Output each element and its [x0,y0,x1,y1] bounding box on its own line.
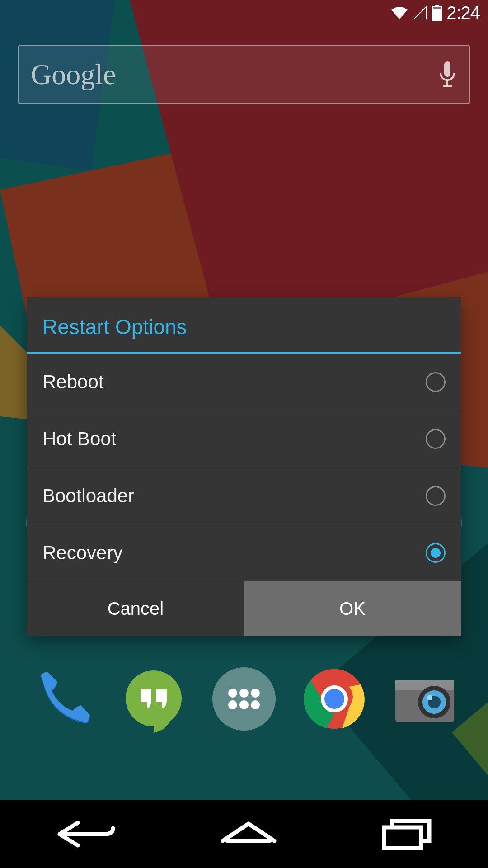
chrome-icon [299,664,370,734]
svg-point-17 [239,700,249,709]
status-time: 2:24 [446,3,480,23]
nav-recents-button[interactable] [379,818,437,850]
dock-apps[interactable] [203,664,285,734]
option-label: Reboot [42,371,103,393]
option-label: Hot Boot [42,428,116,450]
svg-point-12 [212,667,276,731]
dock-hangouts[interactable] [113,664,194,734]
option-recovery[interactable]: Recovery [27,524,461,581]
search-bar[interactable]: Google [18,45,470,104]
svg-point-16 [228,700,237,709]
nav-back-button[interactable] [51,818,118,850]
navigation-bar [0,800,488,868]
svg-point-27 [427,695,432,700]
dock-chrome[interactable] [294,664,375,734]
svg-point-14 [239,689,249,698]
radio-icon [426,486,446,506]
svg-rect-3 [444,61,450,77]
cancel-button[interactable]: Cancel [27,581,244,636]
google-logo: Google [31,58,116,91]
cellular-icon [413,5,427,20]
svg-rect-1 [435,5,439,6]
svg-point-18 [251,700,260,709]
svg-point-15 [251,689,260,698]
dock [0,664,488,734]
svg-rect-28 [384,827,421,848]
option-hot-boot[interactable]: Hot Boot [27,410,461,467]
nav-home-button[interactable] [219,818,278,850]
svg-rect-2 [433,7,441,9]
dialog-button-row: Cancel OK [27,581,461,636]
dock-phone[interactable] [23,664,104,734]
dock-camera[interactable] [384,664,465,734]
apps-icon [209,664,279,734]
option-bootloader[interactable]: Bootloader [27,467,461,524]
radio-checked-icon [426,543,446,563]
hangouts-icon [118,664,189,734]
camera-icon [389,664,460,734]
phone-icon [28,664,99,734]
radio-icon [426,372,446,392]
svg-point-21 [324,689,344,709]
microphone-icon[interactable] [437,60,457,90]
status-bar: 2:24 [0,0,488,25]
ok-button[interactable]: OK [244,581,461,636]
dialog-title: Restart Options [27,297,461,352]
option-reboot[interactable]: Reboot [27,354,461,410]
option-label: Recovery [42,542,122,564]
restart-options-dialog: Restart Options Reboot Hot Boot Bootload… [27,297,461,636]
svg-rect-23 [395,680,454,690]
radio-icon [426,429,446,449]
battery-icon [432,5,442,21]
wifi-icon [390,5,408,20]
option-label: Bootloader [42,485,134,507]
svg-point-13 [228,689,237,698]
